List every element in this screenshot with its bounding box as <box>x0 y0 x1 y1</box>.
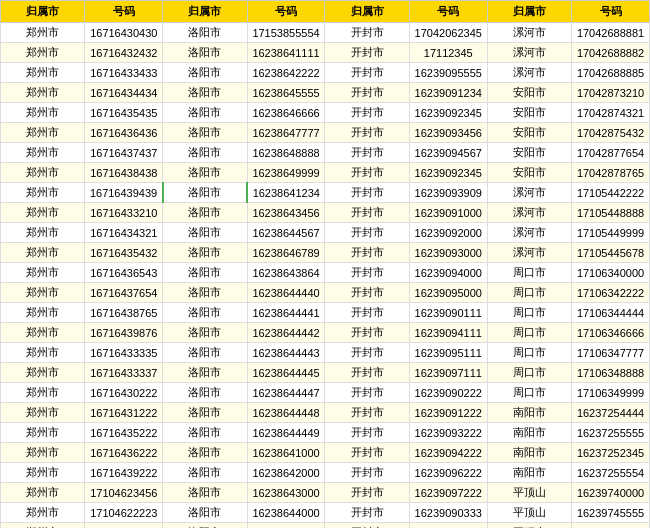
city-cell: 南阳市 <box>487 403 571 423</box>
table-row: 郑州市16716436222洛阳市16238641000开封市162390942… <box>1 443 650 463</box>
number-cell: 16238644567 <box>247 223 325 243</box>
number-cell: 17042878765 <box>572 163 650 183</box>
table-row: 郑州市16716434434洛阳市16238645555开封市162390912… <box>1 83 650 103</box>
city-cell: 洛阳市 <box>163 483 247 503</box>
city-cell: 郑州市 <box>1 523 85 529</box>
header-city-1: 归属市 <box>1 1 85 23</box>
city-cell: 洛阳市 <box>163 263 247 283</box>
city-cell: 郑州市 <box>1 383 85 403</box>
table-row: 郑州市16716437437洛阳市16238648888开封市162390945… <box>1 143 650 163</box>
number-cell: 17042874321 <box>572 103 650 123</box>
city-cell: 开封市 <box>325 263 409 283</box>
number-cell: 16238643864 <box>247 263 325 283</box>
number-cell: 17106347777 <box>572 343 650 363</box>
city-cell: 周口市 <box>487 283 571 303</box>
number-cell: 17104622223 <box>85 503 163 523</box>
number-cell: 16716439222 <box>85 463 163 483</box>
number-cell: 16239094222 <box>409 443 487 463</box>
number-cell: 16716435435 <box>85 103 163 123</box>
city-cell: 开封市 <box>325 203 409 223</box>
number-cell: 16238649999 <box>247 163 325 183</box>
table-row: 郑州市16716430430洛阳市17153855554开封市170420623… <box>1 23 650 43</box>
number-cell: 16716434321 <box>85 223 163 243</box>
number-cell: 17106346666 <box>572 323 650 343</box>
city-cell: 郑州市 <box>1 123 85 143</box>
header-city-2: 归属市 <box>163 1 247 23</box>
city-cell: 郑州市 <box>1 143 85 163</box>
table-row: 郑州市17104622224洛阳市16238645000开封市162390913… <box>1 523 650 529</box>
number-cell: 16239097222 <box>409 483 487 503</box>
city-cell: 郑州市 <box>1 343 85 363</box>
number-cell: 16716439876 <box>85 323 163 343</box>
city-cell: 漯河市 <box>487 223 571 243</box>
number-cell: 16716438765 <box>85 303 163 323</box>
city-cell: 开封市 <box>325 503 409 523</box>
number-cell: 16238644449 <box>247 423 325 443</box>
table-row: 郑州市16716433337洛阳市16238644445开封市162390971… <box>1 363 650 383</box>
number-cell: 16238646789 <box>247 243 325 263</box>
header-num-1: 号码 <box>85 1 163 23</box>
number-cell: 16238644440 <box>247 283 325 303</box>
city-cell: 漯河市 <box>487 243 571 263</box>
city-cell: 郑州市 <box>1 243 85 263</box>
number-cell: 16239092345 <box>409 103 487 123</box>
city-cell: 漯河市 <box>487 43 571 63</box>
number-cell: 16716434434 <box>85 83 163 103</box>
city-cell: 开封市 <box>325 23 409 43</box>
number-cell: 17104623456 <box>85 483 163 503</box>
city-cell: 洛阳市 <box>163 423 247 443</box>
city-cell: 开封市 <box>325 283 409 303</box>
city-cell: 周口市 <box>487 263 571 283</box>
city-cell: 漯河市 <box>487 23 571 43</box>
number-cell: 17106340000 <box>572 263 650 283</box>
city-cell: 郑州市 <box>1 43 85 63</box>
city-cell: 周口市 <box>487 303 571 323</box>
city-cell: 洛阳市 <box>163 303 247 323</box>
number-cell: 16716437437 <box>85 143 163 163</box>
number-cell: 17042062345 <box>409 23 487 43</box>
city-cell: 开封市 <box>325 403 409 423</box>
number-cell: 16239090222 <box>409 383 487 403</box>
number-cell: 16239091222 <box>409 403 487 423</box>
city-cell: 平顶山 <box>487 523 571 529</box>
table-row: 郑州市17104622223洛阳市16238644000开封市162390903… <box>1 503 650 523</box>
city-cell: 南阳市 <box>487 443 571 463</box>
city-cell: 周口市 <box>487 343 571 363</box>
number-cell: 16239090333 <box>409 503 487 523</box>
city-cell: 郑州市 <box>1 283 85 303</box>
number-cell: 17042688885 <box>572 63 650 83</box>
number-cell: 16239092345 <box>409 163 487 183</box>
city-cell: 开封市 <box>325 423 409 443</box>
number-cell: 16239095555 <box>409 63 487 83</box>
number-cell: 16716436222 <box>85 443 163 463</box>
city-cell: 郑州市 <box>1 183 85 203</box>
city-cell: 郑州市 <box>1 303 85 323</box>
number-cell: 16239094000 <box>409 263 487 283</box>
city-cell: 漯河市 <box>487 203 571 223</box>
table-row: 郑州市16716438765洛阳市16238644441开封市162390901… <box>1 303 650 323</box>
city-cell: 洛阳市 <box>163 223 247 243</box>
number-cell: 17104622224 <box>85 523 163 529</box>
number-cell: 16716433335 <box>85 343 163 363</box>
city-cell: 郑州市 <box>1 463 85 483</box>
city-cell: 洛阳市 <box>163 523 247 529</box>
city-cell: 开封市 <box>325 163 409 183</box>
number-cell: 16238644448 <box>247 403 325 423</box>
number-cell: 16239096222 <box>409 463 487 483</box>
city-cell: 郑州市 <box>1 323 85 343</box>
number-cell: 16238644443 <box>247 343 325 363</box>
table-row: 郑州市16716437654洛阳市16238644440开封市162390950… <box>1 283 650 303</box>
city-cell: 洛阳市 <box>163 163 247 183</box>
number-cell: 16239091333 <box>409 523 487 529</box>
number-cell: 16238647777 <box>247 123 325 143</box>
city-cell: 洛阳市 <box>163 63 247 83</box>
table-row: 郑州市16716433335洛阳市16238644443开封市162390951… <box>1 343 650 363</box>
table-row: 郑州市16716431222洛阳市16238644448开封市162390912… <box>1 403 650 423</box>
number-cell: 16239093909 <box>409 183 487 203</box>
city-cell: 漯河市 <box>487 63 571 83</box>
city-cell: 郑州市 <box>1 363 85 383</box>
city-cell: 洛阳市 <box>163 143 247 163</box>
number-cell: 17042688881 <box>572 23 650 43</box>
city-cell: 开封市 <box>325 103 409 123</box>
city-cell: 安阳市 <box>487 143 571 163</box>
